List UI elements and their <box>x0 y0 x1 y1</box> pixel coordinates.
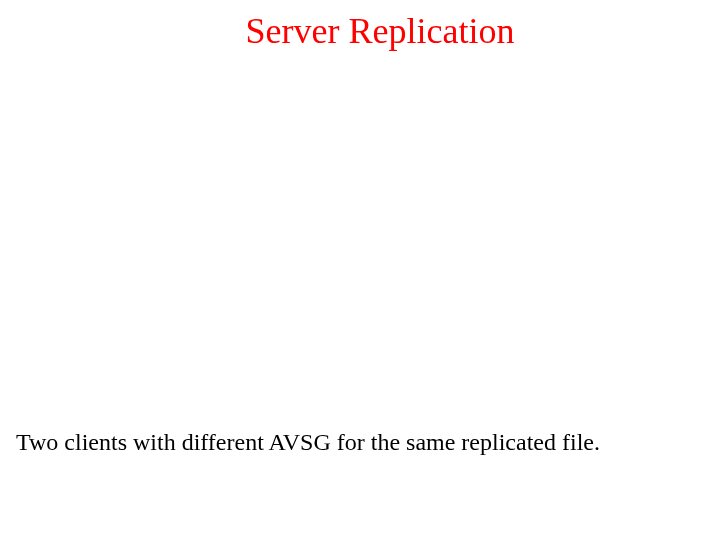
slide-caption: Two clients with different AVSG for the … <box>0 429 720 456</box>
slide-title: Server Replication <box>0 10 720 52</box>
